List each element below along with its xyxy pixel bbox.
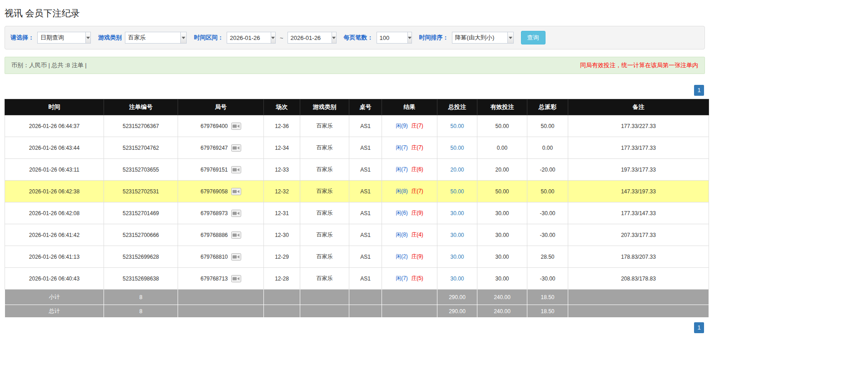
table-row: 2026-01-26 06:42:08 523152701469 6797689… bbox=[5, 202, 709, 224]
page-size-input[interactable] bbox=[377, 32, 407, 43]
subtotal-empty-cell bbox=[178, 290, 264, 305]
total-bet-link[interactable]: 50.00 bbox=[450, 188, 464, 195]
video-replay-icon[interactable] bbox=[231, 166, 241, 173]
table-header-row: 时间 注单编号 局号 场次 游戏类别 桌号 结果 总投注 有效投注 总派彩 备注 bbox=[5, 99, 709, 115]
cell-game-type: 百家乐 bbox=[300, 202, 349, 224]
cell-game-type: 百家乐 bbox=[300, 268, 349, 290]
chevron-down-icon bbox=[509, 37, 512, 39]
date-from-dropdown-button[interactable] bbox=[271, 32, 275, 43]
cell-game-type: 百家乐 bbox=[300, 115, 349, 137]
page-button-1-bottom[interactable]: 1 bbox=[694, 322, 704, 333]
round-number: 679768973 bbox=[200, 210, 228, 217]
cell-payout: 50.00 bbox=[527, 181, 568, 202]
cell-note: 177.33/177.33 bbox=[568, 137, 709, 159]
chevron-down-icon bbox=[408, 37, 412, 39]
query-type-input[interactable] bbox=[38, 32, 85, 43]
page-button-1[interactable]: 1 bbox=[694, 85, 704, 96]
game-type-dropdown-button[interactable] bbox=[180, 32, 186, 43]
col-header-time: 时间 bbox=[5, 99, 104, 115]
video-replay-icon[interactable] bbox=[231, 253, 241, 261]
cell-note: 177.33/147.33 bbox=[568, 202, 709, 224]
page-size-group: 每页笔数： bbox=[344, 32, 412, 44]
cell-table-number: AS1 bbox=[349, 159, 382, 181]
video-replay-icon[interactable] bbox=[231, 275, 241, 282]
cell-round: 679768973 bbox=[178, 202, 264, 224]
col-header-payout: 总派彩 bbox=[527, 99, 568, 115]
cell-time: 2026-01-26 06:42:08 bbox=[5, 202, 104, 224]
video-replay-icon[interactable] bbox=[231, 123, 241, 130]
cell-table-number: AS1 bbox=[349, 115, 382, 137]
cell-session: 12-28 bbox=[264, 268, 300, 290]
total-bet-link[interactable]: 30.00 bbox=[450, 232, 464, 238]
chevron-down-icon bbox=[86, 37, 90, 39]
video-replay-icon[interactable] bbox=[231, 188, 241, 195]
result-banker: 庄(7) bbox=[411, 123, 423, 129]
cell-bet-id: 523152704762 bbox=[104, 137, 178, 159]
result-player: 闲(9) bbox=[396, 123, 408, 129]
video-replay-icon[interactable] bbox=[231, 144, 241, 152]
total-bet-link[interactable]: 30.00 bbox=[450, 254, 464, 260]
total-bet-link[interactable]: 50.00 bbox=[450, 145, 464, 151]
cell-table-number: AS1 bbox=[349, 181, 382, 202]
chevron-down-icon bbox=[271, 37, 275, 39]
cell-time: 2026-01-26 06:43:11 bbox=[5, 159, 104, 181]
cell-round: 679768886 bbox=[178, 224, 264, 246]
subtotal-count: 8 bbox=[104, 290, 178, 305]
query-type-label: 请选择： bbox=[10, 34, 34, 42]
cell-game-type: 百家乐 bbox=[300, 181, 349, 202]
cell-payout: 50.00 bbox=[527, 115, 568, 137]
round-number: 679769247 bbox=[200, 145, 228, 151]
cell-valid-bet: 50.00 bbox=[477, 115, 527, 137]
date-to-input[interactable] bbox=[288, 32, 332, 43]
cell-table-number: AS1 bbox=[349, 137, 382, 159]
subtotal-empty-cell bbox=[349, 290, 382, 305]
query-type-dropdown-button[interactable] bbox=[85, 32, 90, 43]
cell-time: 2026-01-26 06:43:44 bbox=[5, 137, 104, 159]
time-sort-label: 时间排序： bbox=[419, 34, 449, 42]
total-bet-link[interactable]: 30.00 bbox=[450, 210, 464, 217]
video-replay-icon[interactable] bbox=[231, 210, 241, 217]
page-size-label: 每页笔数： bbox=[344, 34, 373, 42]
page-size-dropdown-button[interactable] bbox=[407, 32, 412, 43]
result-banker: 庄(7) bbox=[411, 144, 423, 151]
result-player: 闲(2) bbox=[396, 253, 408, 260]
cell-result: 闲(8) 庄(7) bbox=[382, 181, 437, 202]
cell-payout: -20.00 bbox=[527, 159, 568, 181]
cell-result: 闲(7) 庄(6) bbox=[382, 159, 437, 181]
cell-session: 12-30 bbox=[264, 224, 300, 246]
col-header-game-type: 游戏类别 bbox=[300, 99, 349, 115]
video-replay-icon[interactable] bbox=[231, 231, 241, 239]
result-player: 闲(8) bbox=[396, 188, 408, 194]
total-bet-link[interactable]: 30.00 bbox=[450, 276, 464, 282]
date-to-dropdown-button[interactable] bbox=[332, 32, 336, 43]
cell-table-number: AS1 bbox=[349, 268, 382, 290]
total-bet-link[interactable]: 20.00 bbox=[450, 167, 464, 173]
date-range-separator: ~ bbox=[280, 34, 283, 41]
subtotal-valid-bet: 240.00 bbox=[477, 290, 527, 305]
col-header-note: 备注 bbox=[568, 99, 709, 115]
search-button[interactable]: 查询 bbox=[521, 31, 546, 44]
date-to-combobox bbox=[288, 32, 337, 44]
subtotal-total-bet: 290.00 bbox=[437, 290, 477, 305]
table-row: 2026-01-26 06:43:11 523152703655 6797691… bbox=[5, 159, 709, 181]
cell-time: 2026-01-26 06:41:13 bbox=[5, 246, 104, 268]
total-empty-cell bbox=[349, 305, 382, 318]
cell-session: 12-34 bbox=[264, 137, 300, 159]
time-sort-dropdown-button[interactable] bbox=[507, 32, 513, 43]
page-title: 视讯 会员下注纪录 bbox=[5, 7, 705, 20]
cell-payout: 0.00 bbox=[527, 137, 568, 159]
total-bet-link[interactable]: 50.00 bbox=[450, 123, 464, 129]
cell-note: 207.33/177.33 bbox=[568, 224, 709, 246]
total-empty-cell bbox=[178, 305, 264, 318]
result-player: 闲(8) bbox=[396, 231, 408, 238]
cell-game-type: 百家乐 bbox=[300, 159, 349, 181]
date-from-input[interactable] bbox=[227, 32, 271, 43]
round-number: 679768713 bbox=[200, 276, 228, 282]
result-banker: 庄(5) bbox=[411, 275, 423, 281]
total-row: 总计 8 290.00 240.00 18.50 bbox=[5, 305, 709, 318]
round-number: 679769400 bbox=[200, 123, 228, 129]
time-sort-input[interactable] bbox=[452, 32, 507, 43]
col-header-result: 结果 bbox=[382, 99, 437, 115]
cell-total-bet: 20.00 bbox=[437, 159, 477, 181]
game-type-input[interactable] bbox=[125, 32, 180, 43]
